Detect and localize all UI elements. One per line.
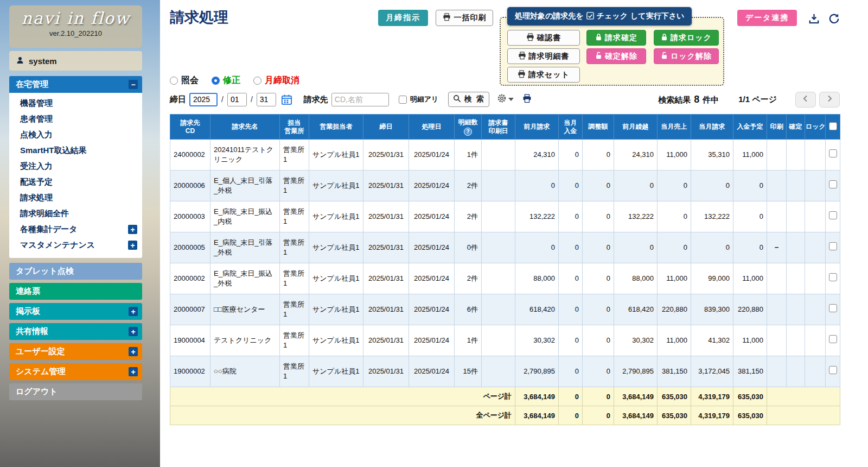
row-checkbox[interactable] (829, 149, 837, 157)
sidebar-item[interactable]: 点検入力 (9, 127, 142, 143)
expand-icon[interactable]: + (128, 241, 137, 250)
refresh-button[interactable] (826, 11, 841, 26)
total-label: 全ページ計 (170, 406, 515, 425)
download-button[interactable] (806, 11, 821, 26)
select-all-checkbox[interactable] (829, 122, 837, 130)
sidebar-item[interactable]: 患者管理 (9, 111, 142, 127)
radio-icon[interactable] (170, 77, 178, 85)
collapse-icon[interactable]: − (129, 80, 138, 89)
search-button[interactable]: 検 索 (448, 92, 489, 107)
confirmation-doc-button[interactable]: 確認書 (507, 30, 580, 46)
column-header[interactable]: 調整額 (583, 115, 614, 140)
confirm-release-button[interactable]: 確定解除 (586, 48, 646, 64)
cell-confirmed (787, 325, 805, 356)
column-header[interactable]: 締日 (363, 115, 409, 140)
expand-icon[interactable]: + (129, 367, 138, 376)
column-header[interactable]: 前月繰越 (614, 115, 658, 140)
detail-filter-checkbox[interactable] (399, 96, 407, 104)
confirmation-doc-label: 確認書 (537, 33, 561, 43)
sidebar-section-label: 連絡票 (16, 286, 40, 296)
column-header[interactable]: 当月 入金 (559, 115, 583, 140)
data-link-button[interactable]: データ連携 (737, 10, 797, 26)
total-deposit: 0 (559, 406, 583, 425)
row-checkbox[interactable] (829, 273, 837, 281)
expand-icon[interactable]: + (129, 347, 138, 356)
settings-menu-button[interactable] (497, 93, 514, 105)
sidebar-item[interactable]: SmartHT取込結果 (9, 143, 142, 159)
row-checkbox[interactable] (829, 242, 837, 250)
mode-option[interactable]: 修正 (212, 75, 240, 86)
pagination (795, 92, 840, 108)
invoice-detail-print-button[interactable]: 請求明細書 (507, 48, 580, 64)
mode-option[interactable]: 月締取消 (253, 75, 299, 86)
column-header[interactable]: 明細数? (455, 115, 482, 140)
expand-icon[interactable]: + (129, 327, 138, 336)
sidebar-item[interactable]: 各種集計データ+ (9, 222, 142, 237)
expand-icon[interactable]: + (129, 307, 138, 316)
customer-search-input[interactable] (331, 93, 389, 106)
column-header[interactable]: 請求先名 (210, 115, 280, 140)
closing-year-input[interactable] (189, 93, 218, 106)
lock-release-button[interactable]: ロック解除 (654, 48, 719, 64)
closing-month-input[interactable] (227, 93, 247, 106)
next-page-button[interactable] (819, 92, 840, 108)
batch-print-button[interactable]: 一括印刷 (436, 10, 493, 26)
sidebar-section[interactable]: システム管理+ (9, 363, 142, 380)
print-list-button[interactable] (522, 94, 532, 105)
cell-print_date (482, 356, 515, 387)
radio-icon[interactable] (212, 77, 220, 85)
invoice-set-button[interactable]: 請求セット (507, 67, 580, 83)
closing-day-input[interactable] (257, 93, 276, 106)
sidebar-section[interactable]: ログアウト (9, 383, 142, 400)
column-header[interactable]: 入金予定 (733, 115, 767, 140)
column-header[interactable]: 当月請求 (691, 115, 733, 140)
column-header[interactable]: 請求書 印刷日 (482, 115, 515, 140)
sidebar-item[interactable]: 機器管理 (9, 96, 142, 111)
row-checkbox[interactable] (829, 366, 837, 374)
sidebar-item[interactable]: マスタメンテナンス+ (9, 237, 142, 253)
column-header[interactable]: 印刷 (767, 115, 787, 140)
sidebar-item[interactable]: 受注入力 (9, 159, 142, 174)
sidebar-section[interactable]: 連絡票 (9, 283, 142, 300)
column-header[interactable]: ロック (805, 115, 826, 140)
row-checkbox[interactable] (829, 335, 837, 343)
date-separator: / (221, 95, 224, 104)
sidebar-section[interactable]: ユーザー設定+ (9, 343, 142, 360)
sidebar-item[interactable]: 配送予定 (9, 174, 142, 190)
column-header[interactable]: 処理日 (409, 115, 455, 140)
cell-office: 営業所1 (280, 294, 309, 325)
column-header[interactable]: 営業担当者 (309, 115, 363, 140)
row-checkbox[interactable] (829, 211, 837, 219)
column-header[interactable]: 請求先 CD (170, 115, 210, 140)
help-icon[interactable]: ? (464, 128, 472, 136)
invoice-confirm-button[interactable]: 請求確定 (586, 30, 646, 46)
customer-label: 請求先 (304, 94, 328, 105)
expand-icon[interactable]: + (128, 225, 137, 234)
cell-deposit_due: 0 (733, 201, 767, 232)
monthly-close-button[interactable]: 月締指示 (378, 10, 428, 26)
total-sales: 635,030 (658, 406, 691, 425)
sidebar-item-label: 点検入力 (20, 130, 53, 140)
sidebar-item[interactable]: 請求処理 (9, 190, 142, 206)
invoice-table-container: 請求先 CD請求先名担当 営業所営業担当者締日処理日明細数?請求書 印刷日前月請… (170, 114, 840, 425)
column-header[interactable]: 担当 営業所 (280, 115, 309, 140)
sidebar-item[interactable]: 請求明細全件 (9, 206, 142, 222)
mode-option[interactable]: 照会 (170, 75, 199, 86)
cell-print (767, 140, 787, 171)
calendar-icon[interactable] (280, 93, 293, 106)
prev-page-button[interactable] (795, 92, 816, 108)
cell-sales: 11,000 (658, 263, 691, 294)
row-checkbox[interactable] (829, 180, 837, 188)
sidebar-section[interactable]: タブレット点検 (9, 263, 142, 280)
cell-closing: 2025/01/31 (363, 263, 409, 294)
invoice-lock-button[interactable]: 請求ロック (654, 30, 719, 46)
column-header[interactable]: 前月請求 (515, 115, 559, 140)
sidebar-section[interactable]: 共有情報+ (9, 323, 142, 340)
select-all-header[interactable] (826, 115, 840, 140)
sidebar-section[interactable]: 掲示板+ (9, 303, 142, 320)
column-header[interactable]: 確定 (787, 115, 805, 140)
row-checkbox[interactable] (829, 304, 837, 312)
radio-icon[interactable] (253, 77, 261, 85)
column-header[interactable]: 当月売上 (658, 115, 691, 140)
sidebar-section-home-care[interactable]: 在宅管理 − (9, 76, 142, 93)
